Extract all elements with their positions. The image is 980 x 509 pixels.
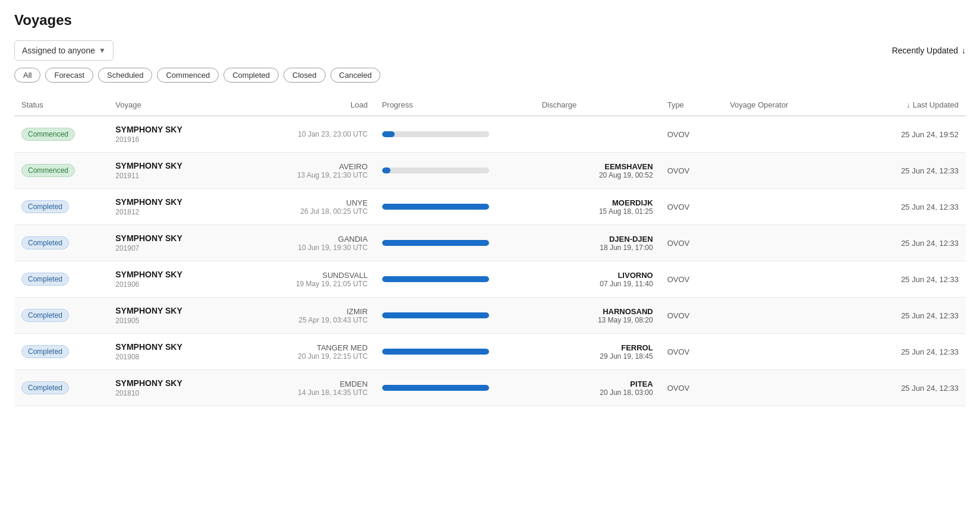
discharge-date: 07 Jun 19, 11:40: [542, 280, 653, 288]
filter-chips: AllForecastScheduledCommencedCompletedCl…: [14, 68, 966, 83]
progress-bar-fill: [382, 131, 395, 137]
table-row[interactable]: CompletedSYMPHONY SKY201908TANGER MED20 …: [14, 334, 966, 370]
voyage-name[interactable]: SYMPHONY SKY: [115, 233, 242, 243]
filter-chip-closed[interactable]: Closed: [283, 68, 325, 83]
type-cell: OVOV: [660, 334, 723, 370]
discharge-cell: EEMSHAVEN20 Aug 19, 00:52: [535, 153, 660, 189]
load-port: GANDIA: [257, 235, 368, 244]
discharge-cell: FERROL29 Jun 19, 18:45: [535, 334, 660, 370]
status-badge: Completed: [21, 200, 69, 213]
page-title: Voyages: [14, 12, 966, 29]
operator-cell: [723, 298, 840, 334]
table-body: CommencedSYMPHONY SKY20191610 Jan 23, 23…: [14, 116, 966, 406]
voyage-id: 201810: [115, 389, 242, 397]
operator-cell: [723, 334, 840, 370]
table-row[interactable]: CompletedSYMPHONY SKY201906SUNDSVALL19 M…: [14, 261, 966, 298]
progress-bar: [382, 385, 489, 391]
discharge-port: PITEA: [542, 380, 653, 388]
filter-chip-commenced[interactable]: Commenced: [157, 68, 219, 83]
status-badge: Completed: [21, 345, 69, 358]
voyage-cell: SYMPHONY SKY201916: [108, 116, 249, 153]
status-badge: Completed: [21, 381, 69, 394]
discharge-port: MOERDIJK: [542, 198, 653, 207]
last-updated-cell: 25 Jun 24, 12:33: [840, 334, 966, 370]
type-cell: OVOV: [660, 189, 723, 225]
progress-cell: [375, 116, 535, 153]
filter-chip-forecast[interactable]: Forecast: [45, 68, 93, 83]
filter-chip-all[interactable]: All: [14, 68, 40, 83]
voyage-name[interactable]: SYMPHONY SKY: [115, 342, 242, 352]
progress-bar: [382, 240, 489, 246]
last-updated-cell: 25 Jun 24, 12:33: [840, 189, 966, 225]
filter-chip-canceled[interactable]: Canceled: [330, 68, 381, 83]
last-updated-cell: 25 Jun 24, 12:33: [840, 298, 966, 334]
progress-bar: [382, 167, 489, 173]
discharge-date: 18 Jun 19, 17:00: [542, 244, 653, 252]
voyage-name[interactable]: SYMPHONY SKY: [115, 161, 242, 170]
discharge-port: LIVORNO: [542, 271, 653, 280]
discharge-cell: [535, 116, 660, 153]
voyage-name[interactable]: SYMPHONY SKY: [115, 378, 242, 388]
progress-bar: [382, 204, 489, 210]
table-row[interactable]: CommencedSYMPHONY SKY20191610 Jan 23, 23…: [14, 116, 966, 153]
load-date: 14 Jun 18, 14:35 UTC: [257, 388, 368, 397]
page-container: Voyages Assigned to anyone ▼ Recently Up…: [0, 0, 980, 418]
operator-cell: [723, 116, 840, 153]
load-cell: GANDIA10 Jun 19, 19:30 UTC: [250, 225, 375, 261]
operator-cell: [723, 370, 840, 406]
table-row[interactable]: CompletedSYMPHONY SKY201905IZMIR25 Apr 1…: [14, 298, 966, 334]
recently-updated-sort[interactable]: Recently Updated ↓: [892, 46, 966, 55]
load-date: 19 May 19, 21:05 UTC: [257, 280, 368, 288]
type-cell: OVOV: [660, 153, 723, 189]
table-row[interactable]: CompletedSYMPHONY SKY201907GANDIA10 Jun …: [14, 225, 966, 261]
load-date: 20 Jun 19, 22:15 UTC: [257, 352, 368, 361]
voyage-cell: SYMPHONY SKY201907: [108, 225, 249, 261]
filter-chip-completed[interactable]: Completed: [223, 68, 279, 83]
voyage-name[interactable]: SYMPHONY SKY: [115, 125, 242, 134]
load-cell: SUNDSVALL19 May 19, 21:05 UTC: [250, 261, 375, 298]
type-cell: OVOV: [660, 116, 723, 153]
table-row[interactable]: CommencedSYMPHONY SKY201911AVEIRO13 Aug …: [14, 153, 966, 189]
header-progress: Progress: [375, 94, 535, 116]
last-updated-cell: 25 Jun 24, 12:33: [840, 370, 966, 406]
voyage-name[interactable]: SYMPHONY SKY: [115, 306, 242, 315]
load-cell: UNYE26 Jul 18, 00:25 UTC: [250, 189, 375, 225]
load-cell: TANGER MED20 Jun 19, 22:15 UTC: [250, 334, 375, 370]
voyage-id: 201907: [115, 244, 242, 252]
progress-bar-fill: [382, 204, 489, 210]
voyage-name[interactable]: SYMPHONY SKY: [115, 270, 242, 279]
progress-bar-fill: [382, 349, 489, 355]
progress-cell: [375, 189, 535, 225]
assign-label: Assigned to anyone: [22, 46, 95, 55]
voyage-id: 201908: [115, 353, 242, 361]
operator-cell: [723, 261, 840, 298]
progress-bar-fill: [382, 276, 489, 282]
voyage-name[interactable]: SYMPHONY SKY: [115, 197, 242, 207]
status-badge: Commenced: [21, 164, 75, 177]
last-updated-cell: 25 Jun 24, 12:33: [840, 153, 966, 189]
table-row[interactable]: CompletedSYMPHONY SKY201810EMDEN14 Jun 1…: [14, 370, 966, 406]
header-type: Type: [660, 94, 723, 116]
status-badge: Completed: [21, 236, 69, 249]
load-port: UNYE: [257, 198, 368, 207]
load-date: 13 Aug 19, 21:30 UTC: [257, 171, 368, 179]
header-load: Load: [250, 94, 375, 116]
discharge-port: DJEN-DJEN: [542, 235, 653, 244]
discharge-date: 20 Aug 19, 00:52: [542, 171, 653, 179]
header-voyage: Voyage: [108, 94, 249, 116]
load-cell: AVEIRO13 Aug 19, 21:30 UTC: [250, 153, 375, 189]
discharge-date: 13 May 19, 08:20: [542, 316, 653, 324]
load-cell: 10 Jan 23, 23:00 UTC: [250, 116, 375, 153]
voyage-id: 201911: [115, 172, 242, 180]
table-row[interactable]: CompletedSYMPHONY SKY201812UNYE26 Jul 18…: [14, 189, 966, 225]
type-cell: OVOV: [660, 298, 723, 334]
type-cell: OVOV: [660, 370, 723, 406]
type-cell: OVOV: [660, 261, 723, 298]
discharge-port: FERROL: [542, 343, 653, 352]
load-date: 25 Apr 19, 03:43 UTC: [257, 316, 368, 324]
header-status: Status: [14, 94, 108, 116]
progress-bar-fill: [382, 385, 489, 391]
discharge-date: 15 Aug 18, 01:25: [542, 207, 653, 216]
assign-dropdown[interactable]: Assigned to anyone ▼: [14, 40, 114, 61]
filter-chip-scheduled[interactable]: Scheduled: [98, 68, 152, 83]
